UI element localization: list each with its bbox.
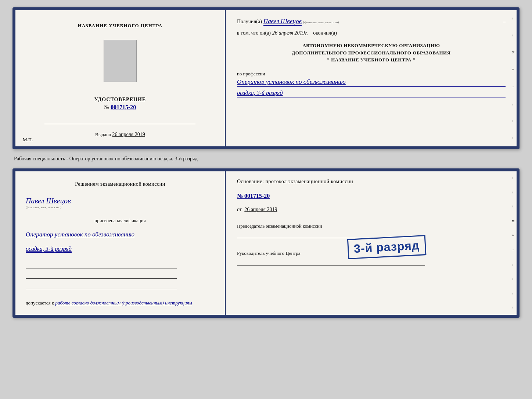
name-sublabel: (фамилия, имя, отчество) — [303, 20, 339, 24]
b-edge-mark-10: – — [511, 307, 515, 309]
b-edge-mark-7: – — [511, 264, 515, 267]
bottom-right-edge-marks: – – – И а ← – – – – — [510, 171, 517, 315]
b-edge-mark-6: ← — [511, 249, 515, 252]
org-block: АВТОНОМНУЮ НЕКОММЕРЧЕСКУЮ ОРГАНИЗАЦИЮ ДО… — [237, 42, 506, 64]
sig-line-3 — [26, 282, 177, 289]
profession-block: по профессии Оператор установок по обезв… — [237, 70, 506, 97]
rank-block-bottom: осадка, 3-й разряд — [26, 246, 72, 252]
dash-right: – — [503, 19, 506, 25]
received-name: Павел Швецов — [263, 18, 302, 26]
b-edge-mark-1: – — [511, 177, 515, 179]
edge-mark-3: И — [511, 51, 515, 54]
assigned-label: присвоена квалификация — [26, 218, 215, 224]
from-prefix: от — [237, 207, 242, 212]
top-card-right: Получил(а) Павел Швецов (фамилия, имя, о… — [226, 10, 517, 146]
b-edge-mark-4: И — [511, 220, 515, 223]
cert-block: УДОСТОВЕРЕНИЕ № 001715-20 — [94, 97, 146, 111]
edge-mark-6: – — [511, 104, 515, 106]
from-date-block: от 26 апреля 2019 — [237, 207, 506, 213]
in-that-row: в том, что он(а) 26 апреля 2019г. окончи… — [237, 30, 506, 36]
protocol-number-block: № 001715-20 — [237, 193, 506, 199]
profession-value: Оператор установок по обезвоживанию — [237, 78, 506, 87]
school-name-top: НАЗВАНИЕ УЧЕБНОГО ЦЕНТРА — [78, 23, 163, 29]
top-card-left: НАЗВАНИЕ УЧЕБНОГО ЦЕНТРА УДОСТОВЕРЕНИЕ №… — [15, 10, 226, 146]
rank-value-bottom: осадка, 3-й разряд — [26, 246, 72, 253]
received-label: Получил(а) — [237, 19, 262, 25]
edge-mark-5: ← — [511, 85, 515, 89]
issued-label: Выдано — [95, 132, 111, 137]
chairman-block: Председатель экзаменационной комиссии — [237, 223, 506, 238]
page-wrapper: НАЗВАНИЕ УЧЕБНОГО ЦЕНТРА УДОСТОВЕРЕНИЕ №… — [12, 7, 520, 318]
b-edge-mark-3: – — [511, 206, 515, 208]
cert-number: 001715-20 — [111, 104, 136, 111]
person-name-large: Павел Швецов — [26, 197, 71, 205]
caption-line: Рабочая специальность - Оператор установ… — [12, 156, 520, 162]
person-name-block: Павел Швецов (фамилия, имя, отчество) — [26, 197, 71, 209]
org-line3: " НАЗВАНИЕ УЧЕБНОГО ЦЕНТРА " — [237, 56, 506, 64]
edge-mark-4: а — [511, 69, 515, 71]
completed-label: окончил(а) — [313, 30, 337, 36]
received-row: Получил(а) Павел Швецов (фамилия, имя, о… — [237, 18, 506, 26]
b-edge-mark-9: – — [511, 293, 515, 295]
bottom-card-right: Основание: протокол экзаменационной коми… — [226, 171, 517, 315]
decision-title: Решением экзаменационной комиссии — [26, 180, 215, 188]
person-sublabel: (фамилия, имя, отчество) — [26, 205, 71, 209]
basis-title: Основание: протокол экзаменационной коми… — [237, 179, 506, 185]
issued-date: 26 апреля 2019 — [112, 132, 145, 137]
org-line1: АВТОНОМНУЮ НЕКОММЕРЧЕСКУЮ ОРГАНИЗАЦИЮ — [237, 42, 506, 49]
right-edge-marks: – – И а ← – – – — [510, 10, 517, 146]
completed-date: 26 апреля 2019г. — [272, 30, 308, 36]
in-that-label: в том, что он(а) — [237, 30, 271, 36]
profession-label: по профессии — [237, 71, 265, 76]
allowed-label: допускается к — [26, 300, 54, 306]
sig-line-1 — [26, 261, 177, 268]
cert-number-prefix: № — [104, 104, 109, 110]
edge-mark-1: – — [511, 18, 515, 20]
b-edge-mark-8: – — [511, 278, 515, 281]
bottom-document-card: Решением экзаменационной комиссии Павел … — [12, 168, 520, 318]
b-edge-mark-5: а — [511, 235, 515, 236]
top-document-card: НАЗВАНИЕ УЧЕБНОГО ЦЕНТРА УДОСТОВЕРЕНИЕ №… — [12, 7, 520, 149]
signature-lines — [26, 261, 177, 289]
protocol-prefix: № — [237, 193, 243, 199]
chairman-label: Председатель экзаменационной комиссии — [237, 223, 506, 229]
allowed-block: допускается к работе согласно должностны… — [26, 300, 192, 306]
edge-mark-2: – — [511, 35, 515, 37]
qualification-block: Оператор установок по обезвоживанию — [26, 231, 134, 238]
photo-placeholder — [104, 40, 137, 82]
stamp: 3-й разряд — [347, 235, 426, 259]
mp-label: М.П. — [23, 137, 33, 143]
qualification-value: Оператор установок по обезвоживанию — [26, 231, 134, 238]
director-sig-line — [237, 258, 425, 266]
from-date: 26 апреля 2019 — [244, 207, 277, 212]
cert-label: УДОСТОВЕРЕНИЕ — [94, 97, 146, 103]
allowed-value: работе согласно должностным (производств… — [55, 300, 192, 306]
rank-line: осадка, 3-й разряд — [237, 90, 506, 97]
stamp-text: 3-й разряд — [354, 239, 420, 256]
bottom-card-left: Решением экзаменационной комиссии Павел … — [15, 171, 226, 315]
edge-mark-7: – — [511, 120, 515, 122]
protocol-number: 001715-20 — [244, 193, 270, 199]
b-edge-mark-2: – — [511, 192, 515, 194]
issued-block: Выдано 26 апреля 2019 — [95, 132, 145, 138]
sig-line-2 — [26, 271, 177, 279]
edge-mark-8: – — [511, 137, 515, 139]
org-line2: ДОПОЛНИТЕЛЬНОГО ПРОФЕССИОНАЛЬНОГО ОБРАЗО… — [237, 49, 506, 57]
